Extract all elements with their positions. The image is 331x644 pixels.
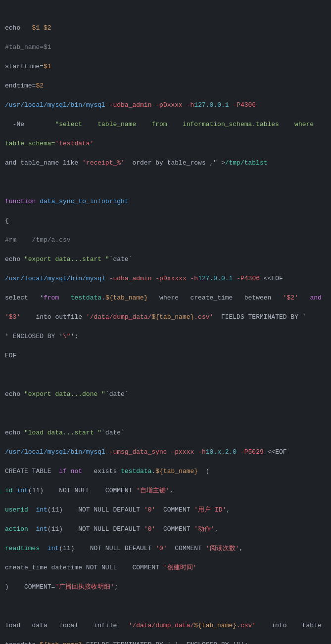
line-20: echo "export data...done "`date`	[5, 389, 326, 399]
line-16: '$3' into outfile '/data/dump_data/${tab…	[5, 312, 326, 322]
code-container: echo $1 $2 #tab_name=$1 starttime=$1 end…	[0, 0, 331, 644]
line-4: endtime=$2	[5, 81, 326, 91]
line-3: starttime=$1	[5, 62, 326, 72]
line-1: echo $1 $2	[5, 23, 326, 33]
line-9	[5, 177, 326, 187]
line-25: id int(11) NOT NULL COMMENT '自增主键',	[5, 486, 326, 496]
line-8: and table_name like 'receipt_%' order by…	[5, 158, 326, 168]
line-30: ) COMMENT='广播回执接收明细';	[5, 582, 326, 592]
line-6: -Ne "select table_name from information_…	[5, 120, 326, 129]
line-17: ' ENCLOSED BY '\"';	[5, 332, 326, 342]
line-13: echo "export data...start "`date`	[5, 255, 326, 264]
line-23: /usr/local/mysql/bin/mysql -umsg_data_sy…	[5, 447, 326, 457]
line-22: echo "load data...start "`date`	[5, 428, 326, 438]
line-21	[5, 409, 326, 419]
line-14: /usr/local/mysql/bin/mysql -udba_admin -…	[5, 274, 326, 284]
line-19	[5, 370, 326, 380]
line-11: {	[5, 216, 326, 226]
line-18: EOF	[5, 351, 326, 361]
line-29: create_time datetime NOT NULL COMMENT '创…	[5, 563, 326, 573]
line-7: table_schema='testdata'	[5, 139, 326, 149]
line-27: action int(11) NOT NULL DEFAULT '0' COMM…	[5, 524, 326, 534]
line-12: #rm /tmp/a.csv	[5, 235, 326, 245]
line-10: function data_sync_to_infobright	[5, 197, 326, 207]
line-15: select *from testdata.${tab_name} where …	[5, 293, 326, 303]
line-28: readtimes int(11) NOT NULL DEFAULT '0' C…	[5, 544, 326, 554]
line-5: /usr/local/mysql/bin/mysql -udba_admin -…	[5, 100, 326, 110]
line-24: CREATE TABLE if not exists testdata.${ta…	[5, 467, 326, 476]
line-33: testdata.${tab_name} FIELDS TERMINATED B…	[5, 640, 326, 644]
line-31	[5, 601, 326, 611]
line-2: #tab_name=$1	[5, 43, 326, 52]
line-32: load data local infile '/data/dump_data/…	[5, 621, 326, 631]
line-26: userid int(11) NOT NULL DEFAULT '0' COMM…	[5, 505, 326, 515]
